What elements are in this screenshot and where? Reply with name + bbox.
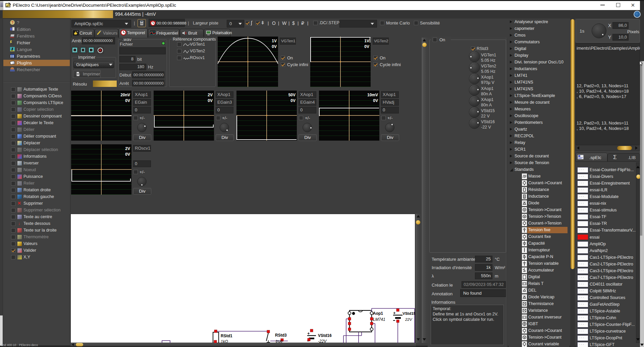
svg-text:-22V: -22V [318, 339, 327, 343]
svg-text:VStd16: VStd16 [318, 333, 332, 338]
svg-text:VStd15: VStd15 [402, 311, 415, 315]
svg-text:true: true [276, 339, 283, 343]
svg-text:22V: 22V [405, 317, 413, 321]
svg-text:Aop1: Aop1 [373, 311, 383, 316]
svg-text:+: + [393, 310, 396, 315]
svg-text:RStd3: RStd3 [275, 333, 287, 338]
svg-text:LM741: LM741 [373, 317, 385, 322]
svg-text:RStd1: RStd1 [221, 334, 232, 338]
svg-text:1kΩ: 1kΩ [221, 339, 228, 343]
svg-text:+: + [307, 331, 310, 336]
